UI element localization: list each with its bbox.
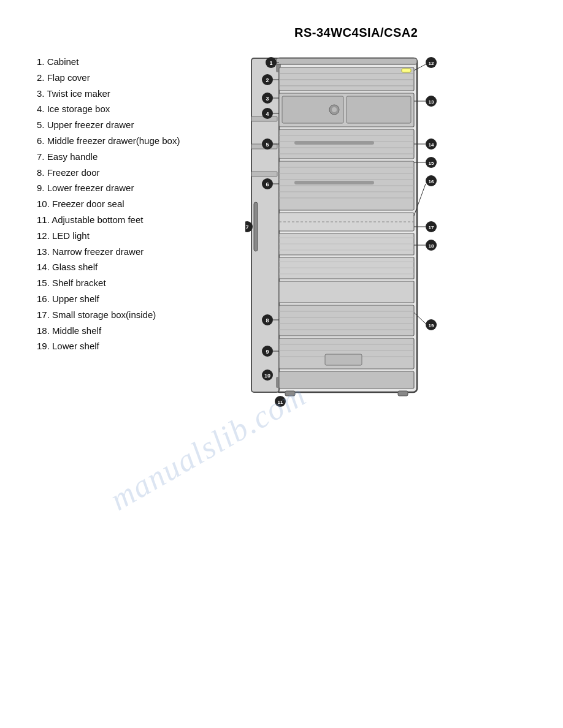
part-item-12: 12. LED light (37, 228, 180, 244)
svg-text:3: 3 (266, 96, 269, 102)
svg-text:19: 19 (429, 323, 434, 328)
part-item-1: 1. Cabinet (37, 54, 180, 70)
svg-rect-31 (279, 233, 414, 255)
part-item-11: 11. Adjustable bottom feet (37, 212, 180, 228)
part-item-10: 10. Freezer door seal (37, 196, 180, 212)
svg-text:10: 10 (264, 373, 270, 379)
svg-rect-50 (279, 371, 414, 389)
svg-rect-11 (347, 96, 411, 123)
svg-text:4: 4 (266, 111, 269, 117)
svg-text:18: 18 (429, 243, 434, 249)
part-item-13: 13. Narrow freezer drawer (37, 244, 180, 260)
part-item-19: 19. Lower shelf (37, 338, 180, 354)
diagram-area: 1 2 3 4 5 6 7 (233, 37, 527, 417)
svg-text:1: 1 (269, 60, 272, 66)
svg-rect-55 (251, 172, 277, 176)
svg-text:12: 12 (429, 61, 434, 66)
part-item-16: 16. Upper shelf (37, 291, 180, 307)
svg-rect-33 (279, 281, 414, 303)
svg-rect-4 (276, 58, 417, 64)
svg-rect-40 (279, 305, 414, 336)
part-item-6: 6. Middle freezer drawer(huge box) (37, 133, 180, 149)
svg-rect-51 (285, 391, 295, 396)
part-item-7: 7. Easy handle (37, 149, 180, 165)
part-item-15: 15. Shelf bracket (37, 275, 180, 291)
svg-rect-28 (254, 202, 258, 251)
part-item-2: 2. Flap cover (37, 70, 180, 86)
page-container: RS-34WC4SIA/CSA2 1. Cabinet2. Flap cover… (0, 0, 563, 728)
svg-text:7: 7 (245, 224, 248, 230)
svg-text:14: 14 (429, 142, 434, 148)
svg-text:15: 15 (429, 161, 434, 166)
svg-point-13 (332, 107, 337, 112)
svg-rect-29 (279, 213, 414, 231)
part-item-5: 5. Upper freezer drawer (37, 117, 180, 133)
part-item-4: 4. Ice storage box (37, 101, 180, 117)
svg-rect-5 (279, 67, 414, 91)
part-item-17: 17. Small storage box(inside) (37, 307, 180, 323)
svg-text:2: 2 (266, 77, 269, 83)
svg-text:5: 5 (266, 142, 269, 148)
freezer-diagram: 1 2 3 4 5 6 7 (245, 55, 454, 411)
parts-list: 1. Cabinet2. Flap cover3. Twist ice make… (37, 54, 180, 354)
svg-rect-19 (294, 141, 374, 145)
svg-rect-56 (402, 69, 411, 72)
svg-rect-52 (398, 391, 408, 396)
svg-rect-49 (325, 354, 362, 365)
svg-text:8: 8 (266, 317, 269, 324)
svg-text:16: 16 (429, 179, 434, 184)
part-item-18: 18. Middle shelf (37, 323, 180, 339)
part-item-3: 3. Twist ice maker (37, 86, 180, 102)
svg-text:11: 11 (278, 400, 283, 405)
svg-text:6: 6 (266, 181, 269, 188)
svg-text:9: 9 (266, 349, 269, 355)
part-item-8: 8. Freezer door (37, 165, 180, 181)
svg-text:17: 17 (429, 225, 434, 230)
part-item-14: 14. Glass shelf (37, 259, 180, 275)
svg-rect-27 (294, 181, 374, 184)
part-item-9: 9. Lower freezer drawer (37, 180, 180, 196)
svg-rect-32 (279, 257, 414, 279)
svg-text:13: 13 (429, 99, 434, 105)
